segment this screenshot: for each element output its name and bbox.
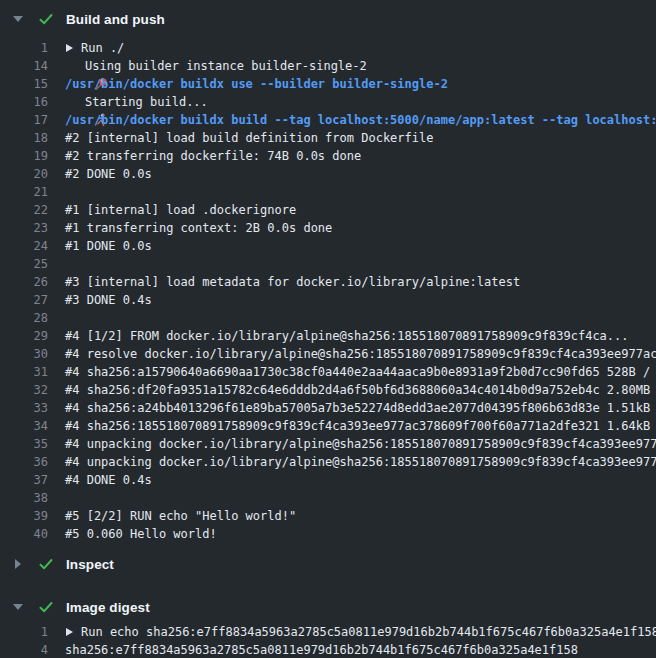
line-number[interactable]: 40 bbox=[0, 525, 48, 543]
line-number[interactable]: 34 bbox=[0, 417, 48, 435]
line-number[interactable]: 19 bbox=[0, 147, 48, 165]
log-line: 28 bbox=[0, 309, 656, 327]
line-text: #2 transferring dockerfile: 74B 0.0s don… bbox=[65, 147, 361, 165]
line-number[interactable]: 18 bbox=[0, 129, 48, 147]
line-number[interactable]: 21 bbox=[0, 183, 48, 201]
line-number[interactable]: 39 bbox=[0, 507, 48, 525]
line-number[interactable]: 33 bbox=[0, 399, 48, 417]
line-text: /usr/bin/docker buildx build --tag local… bbox=[65, 111, 656, 129]
triangle-down-icon bbox=[13, 604, 23, 610]
log-line: 4 sha256:e7ff8834a5963a2785c5a0811e979d1… bbox=[0, 641, 656, 658]
log-line: 31 #4 sha256:a15790640a6690aa1730c38cf0a… bbox=[0, 363, 656, 381]
log-line: 19 #2 transferring dockerfile: 74B 0.0s … bbox=[0, 147, 656, 165]
triangle-right-icon bbox=[15, 559, 21, 569]
line-text: Using builder instance builder-single-2 bbox=[85, 57, 367, 75]
section-title: Image digest bbox=[66, 600, 150, 615]
log-line: 21 bbox=[0, 183, 656, 201]
line-number[interactable]: 14 bbox=[0, 57, 48, 75]
log-line: 25 bbox=[0, 255, 656, 273]
line-number[interactable]: 29 bbox=[0, 327, 48, 345]
line-text: #4 unpacking docker.io/library/alpine@sh… bbox=[65, 435, 656, 453]
triangle-down-icon bbox=[13, 16, 23, 22]
log-line: 16 Starting build... bbox=[0, 93, 656, 111]
line-number[interactable]: 20 bbox=[0, 165, 48, 183]
log-line: 14 Using builder instance builder-single… bbox=[0, 57, 656, 75]
log-section-image-digest: Image digest 1 Run echo sha256:e7ff8834a… bbox=[0, 596, 656, 658]
line-text: /usr/bin/docker buildx use --builder bui… bbox=[65, 75, 448, 93]
line-number[interactable]: 36 bbox=[0, 453, 48, 471]
line-text: Run echo sha256:e7ff8834a5963a2785c5a081… bbox=[81, 623, 656, 641]
line-text: #5 0.060 Hello world! bbox=[65, 525, 217, 543]
log-line: 15 /usr/bin/docker buildx use --builder … bbox=[0, 75, 656, 93]
line-number[interactable]: 16 bbox=[0, 93, 48, 111]
log-line: 30 #4 resolve docker.io/library/alpine@s… bbox=[0, 345, 656, 363]
check-icon bbox=[38, 11, 54, 27]
log-section-inspect: Inspect bbox=[0, 553, 656, 575]
line-text: #1 [internal] load .dockerignore bbox=[65, 201, 296, 219]
section-header[interactable]: Inspect bbox=[0, 553, 656, 575]
line-text: #4 [1/2] FROM docker.io/library/alpine@s… bbox=[65, 327, 629, 345]
line-number[interactable]: 37 bbox=[0, 471, 48, 489]
log-line: 27 #3 DONE 0.4s bbox=[0, 291, 656, 309]
log-line: 35 #4 unpacking docker.io/library/alpine… bbox=[0, 435, 656, 453]
log-line: 29 #4 [1/2] FROM docker.io/library/alpin… bbox=[0, 327, 656, 345]
log-line: 34 #4 sha256:185518070891758909c9f839cf4… bbox=[0, 417, 656, 435]
check-icon bbox=[38, 599, 54, 615]
line-text: #1 transferring context: 2B 0.0s done bbox=[65, 219, 332, 237]
line-text: #2 DONE 0.0s bbox=[65, 165, 152, 183]
line-number[interactable]: 23 bbox=[0, 219, 48, 237]
log-line: 33 #4 sha256:a24bb4013296f61e89ba57005a7… bbox=[0, 399, 656, 417]
line-text: #5 [2/2] RUN echo "Hello world!" bbox=[65, 507, 296, 525]
line-text: #4 resolve docker.io/library/alpine@sha2… bbox=[65, 345, 656, 363]
log-line: 18 #2 [internal] load build definition f… bbox=[0, 129, 656, 147]
log-line: 36 #4 unpacking docker.io/library/alpine… bbox=[0, 453, 656, 471]
line-number[interactable]: 28 bbox=[0, 309, 48, 327]
log-line: 37 #4 DONE 0.4s bbox=[0, 471, 656, 489]
line-text: Run ./ bbox=[81, 39, 124, 57]
log-line: 39 #5 [2/2] RUN echo "Hello world!" bbox=[0, 507, 656, 525]
log-line: 24 #1 DONE 0.0s bbox=[0, 237, 656, 255]
line-text: Starting build... bbox=[85, 93, 208, 111]
line-number[interactable]: 35 bbox=[0, 435, 48, 453]
expand-group-icon[interactable] bbox=[66, 44, 73, 52]
line-text: #4 sha256:185518070891758909c9f839cf4ca3… bbox=[65, 417, 656, 435]
line-number[interactable]: 38 bbox=[0, 489, 48, 507]
line-number[interactable]: 30 bbox=[0, 345, 48, 363]
section-title: Build and push bbox=[66, 12, 165, 27]
pushpin-icon bbox=[65, 59, 79, 73]
line-text: #1 DONE 0.0s bbox=[65, 237, 152, 255]
section-header[interactable]: Build and push bbox=[0, 8, 656, 30]
log-line: 1 Run ./ bbox=[0, 39, 656, 57]
line-number[interactable]: 25 bbox=[0, 255, 48, 273]
line-number[interactable]: 22 bbox=[0, 201, 48, 219]
expand-group-icon[interactable] bbox=[66, 628, 73, 636]
line-number[interactable]: 27 bbox=[0, 291, 48, 309]
log-line: 1 Run echo sha256:e7ff8834a5963a2785c5a0… bbox=[0, 623, 656, 641]
line-number[interactable]: 26 bbox=[0, 273, 48, 291]
line-number[interactable]: 31 bbox=[0, 363, 48, 381]
line-text: sha256:e7ff8834a5963a2785c5a0811e979d16b… bbox=[65, 641, 578, 658]
line-number[interactable]: 4 bbox=[0, 641, 48, 658]
line-number[interactable]: 24 bbox=[0, 237, 48, 255]
line-number[interactable]: 15 bbox=[0, 75, 48, 93]
log-line: 32 #4 sha256:df20fa9351a15782c64e6dddb2d… bbox=[0, 381, 656, 399]
line-number[interactable]: 32 bbox=[0, 381, 48, 399]
log-line: 26 #3 [internal] load metadata for docke… bbox=[0, 273, 656, 291]
log-line: 22 #1 [internal] load .dockerignore bbox=[0, 201, 656, 219]
line-number[interactable]: 17 bbox=[0, 111, 48, 129]
line-number[interactable]: 1 bbox=[0, 39, 48, 57]
workflow-log-viewer: Build and push 1 Run ./ 14 Using builder… bbox=[0, 0, 656, 658]
line-number[interactable]: 1 bbox=[0, 623, 48, 641]
log-line: 20 #2 DONE 0.0s bbox=[0, 165, 656, 183]
section-title: Inspect bbox=[66, 557, 114, 572]
section-header[interactable]: Image digest bbox=[0, 596, 656, 618]
log-line: 40 #5 0.060 Hello world! bbox=[0, 525, 656, 543]
log-section-build-and-push: Build and push 1 Run ./ 14 Using builder… bbox=[0, 8, 656, 543]
line-text: #4 unpacking docker.io/library/alpine@sh… bbox=[65, 453, 656, 471]
line-text: #4 sha256:a24bb4013296f61e89ba57005a7b3e… bbox=[65, 399, 656, 417]
log-line: 17 /usr/bin/docker buildx build --tag lo… bbox=[0, 111, 656, 129]
line-text: #4 DONE 0.4s bbox=[65, 471, 152, 489]
check-icon bbox=[38, 556, 54, 572]
line-text: #4 sha256:df20fa9351a15782c64e6dddb2d4a6… bbox=[65, 381, 656, 399]
line-text: #4 sha256:a15790640a6690aa1730c38cf0a440… bbox=[65, 363, 656, 381]
